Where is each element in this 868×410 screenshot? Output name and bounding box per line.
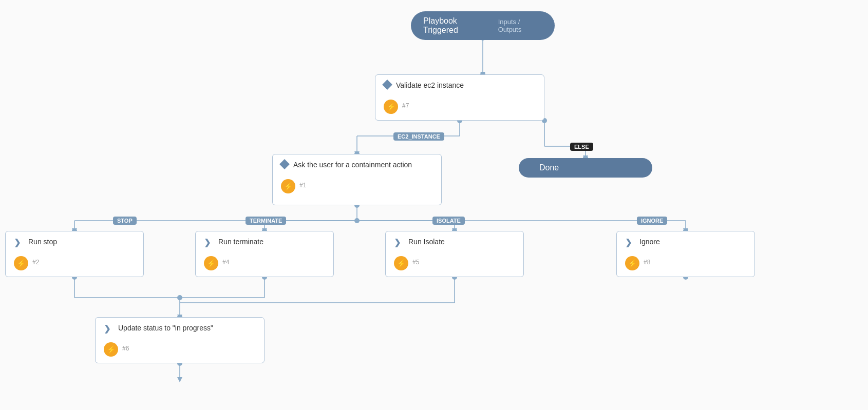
svg-marker-33 <box>177 377 182 382</box>
run-stop-node[interactable]: ❯ Run stop ⚡ #2 <box>5 231 144 277</box>
ignore-label: IGNORE <box>637 217 667 225</box>
run-stop-id: #2 <box>32 259 39 266</box>
diamond-icon-ask <box>279 159 290 169</box>
chevron-icon-isolate: ❯ <box>394 238 403 247</box>
else-label: ELSE <box>570 143 593 151</box>
isolate-label: ISOLATE <box>432 217 465 225</box>
ignore-node[interactable]: ❯ Ignore ⚡ #8 <box>616 231 755 277</box>
lightning-icon-stop: ⚡ <box>14 256 28 270</box>
lightning-icon-update: ⚡ <box>104 342 118 357</box>
update-status-node[interactable]: ❯ Update status to "in progress" ⚡ #6 <box>95 317 265 363</box>
validate-id: #7 <box>402 102 409 109</box>
run-terminate-title: Run terminate <box>218 238 325 246</box>
ask-node[interactable]: Ask the user for a containment action ⚡ … <box>272 154 442 205</box>
run-terminate-node[interactable]: ❯ Run terminate ⚡ #4 <box>195 231 334 277</box>
run-stop-title: Run stop <box>28 238 135 246</box>
ignore-id: #8 <box>644 259 650 266</box>
workflow-canvas: Playbook Triggered Inputs / Outputs Vali… <box>0 0 868 410</box>
ec2-instance-label: EC2_INSTANCE <box>393 132 444 141</box>
ignore-title: Ignore <box>639 238 746 246</box>
run-isolate-title: Run Isolate <box>408 238 515 246</box>
svg-point-52 <box>177 295 182 300</box>
done-node[interactable]: Done <box>519 158 652 178</box>
svg-point-51 <box>354 218 360 223</box>
terminate-label: TERMINATE <box>246 217 286 225</box>
update-status-title: Update status to "in progress" <box>118 324 256 332</box>
lightning-icon-ask: ⚡ <box>281 179 295 193</box>
chevron-icon-stop: ❯ <box>14 238 23 247</box>
lightning-icon-isolate: ⚡ <box>394 256 408 270</box>
run-terminate-id: #4 <box>222 259 229 266</box>
lightning-icon-validate: ⚡ <box>384 100 398 114</box>
validate-node[interactable]: Validate ec2 instance ⚡ #7 <box>375 74 544 121</box>
lightning-icon-ignore: ⚡ <box>625 256 639 270</box>
run-isolate-id: #5 <box>412 259 419 266</box>
chevron-icon-update: ❯ <box>104 324 113 333</box>
run-isolate-node[interactable]: ❯ Run Isolate ⚡ #5 <box>385 231 524 277</box>
trigger-link[interactable]: Inputs / Outputs <box>498 18 542 33</box>
validate-title: Validate ec2 instance <box>396 81 536 89</box>
done-title: Done <box>539 163 559 172</box>
trigger-title: Playbook Triggered <box>423 16 490 35</box>
trigger-node[interactable]: Playbook Triggered Inputs / Outputs <box>411 11 555 40</box>
ask-id: #1 <box>299 182 306 189</box>
stop-label: STOP <box>113 217 137 225</box>
lightning-icon-terminate: ⚡ <box>204 256 218 270</box>
diamond-icon <box>382 80 392 90</box>
chevron-icon-ignore: ❯ <box>625 238 634 247</box>
update-status-id: #6 <box>122 345 129 352</box>
chevron-icon-terminate: ❯ <box>204 238 213 247</box>
ask-title: Ask the user for a containment action <box>293 161 433 169</box>
